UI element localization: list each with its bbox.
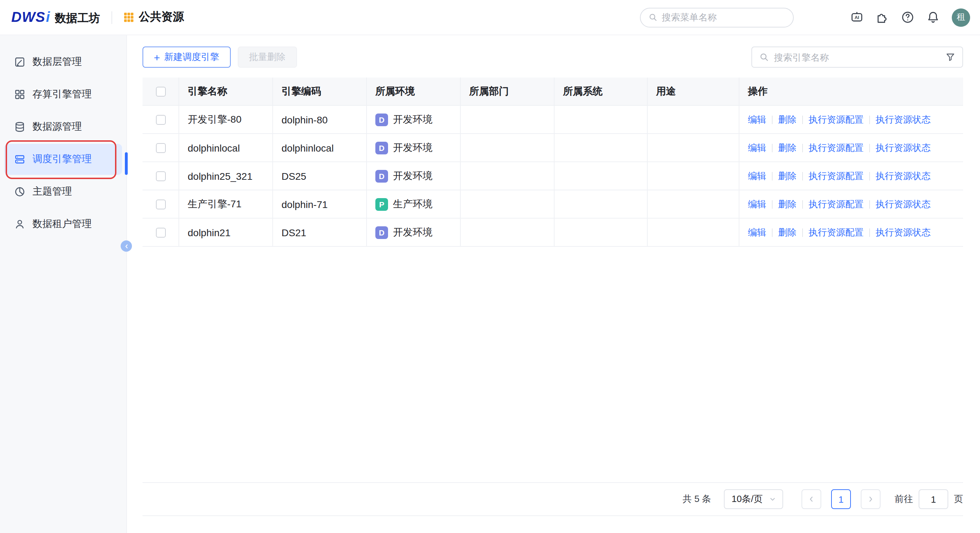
data-layer-icon [14, 56, 25, 68]
resource-status-action-link[interactable]: 执行资源状态 [876, 141, 931, 154]
delete-action-link[interactable]: 删除 [778, 198, 797, 211]
delete-action-link[interactable]: 删除 [778, 226, 797, 239]
next-page-button[interactable] [861, 489, 881, 509]
sidebar-item-data-layer[interactable]: 数据层管理 [4, 46, 122, 78]
resource-config-action-link[interactable]: 执行资源配置 [808, 226, 864, 239]
sidebar-item-theme[interactable]: 主题管理 [4, 176, 122, 207]
cell-engine-name: dolphin25_321 [179, 162, 273, 190]
prev-page-button[interactable] [802, 489, 821, 509]
row-select-cell [143, 134, 179, 162]
env-badge: P [375, 198, 388, 211]
goto-page-input[interactable] [919, 489, 948, 509]
sidebar-item-compute-engine[interactable]: 存算引擎管理 [4, 79, 122, 110]
column-header-environment: 所属环境 [367, 78, 461, 106]
cell-department [461, 106, 555, 134]
chevron-right-icon [866, 495, 875, 503]
cell-purpose [648, 219, 740, 247]
cell-engine-name: 生产引擎-71 [179, 190, 273, 219]
active-indicator [125, 152, 128, 175]
user-avatar[interactable]: 租 [952, 8, 970, 27]
env-badge: D [375, 226, 388, 239]
edit-action-link[interactable]: 编辑 [748, 141, 766, 154]
table-toolbar: + 新建调度引擎 批量删除 [143, 46, 963, 68]
action-divider [869, 143, 870, 152]
ai-assistant-icon[interactable]: AI [850, 11, 864, 24]
workspace-label: 公共资源 [138, 10, 184, 25]
table-row: dolphin21DS21D开发环境编辑删除执行资源配置执行资源状态 [143, 219, 963, 247]
plugin-puzzle-icon[interactable] [876, 11, 889, 24]
goto-suffix: 页 [954, 493, 963, 506]
resource-status-action-link[interactable]: 执行资源状态 [876, 170, 931, 182]
action-divider [802, 143, 803, 152]
cell-department [461, 219, 555, 247]
resource-config-action-link[interactable]: 执行资源配置 [808, 141, 864, 154]
resource-config-action-link[interactable]: 执行资源配置 [808, 113, 864, 126]
row-checkbox[interactable] [156, 171, 165, 181]
edit-action-link[interactable]: 编辑 [748, 198, 766, 211]
cell-actions: 编辑删除执行资源配置执行资源状态 [740, 190, 963, 219]
top-header: DWSi 数据工坊 公共资源 AI 租 [0, 0, 980, 35]
cell-actions: 编辑删除执行资源配置执行资源状态 [740, 162, 963, 190]
cell-actions: 编辑删除执行资源配置执行资源状态 [740, 134, 963, 162]
engine-table: 引擎名称引擎编码所属环境所属部门所属系统用途操作 开发引擎-80dolphin-… [143, 78, 963, 247]
action-divider [772, 143, 773, 152]
cell-system [555, 106, 648, 134]
action-divider [869, 200, 870, 208]
action-divider [772, 200, 773, 208]
engine-search-input[interactable] [774, 52, 940, 62]
sidebar-item-data-source[interactable]: 数据源管理 [4, 111, 122, 143]
column-header-actions: 操作 [740, 78, 963, 106]
notification-bell-icon[interactable] [926, 11, 940, 24]
sidebar-collapse-button[interactable] [121, 240, 132, 252]
select-all-checkbox[interactable] [156, 86, 165, 96]
delete-action-link[interactable]: 删除 [778, 170, 797, 182]
engine-search-box[interactable] [751, 46, 963, 68]
action-divider [772, 115, 773, 124]
edit-action-link[interactable]: 编辑 [748, 113, 766, 126]
cell-department [461, 134, 555, 162]
plus-icon: + [154, 52, 160, 62]
page-size-select[interactable]: 10条/页 [724, 489, 783, 509]
sidebar-item-tenant[interactable]: 数据租户管理 [4, 209, 122, 240]
action-divider [802, 115, 803, 124]
resource-config-action-link[interactable]: 执行资源配置 [808, 170, 864, 182]
row-checkbox[interactable] [156, 143, 165, 152]
pagination-bar: 共 5 条 10条/页 1 前往 页 [143, 482, 963, 516]
cell-actions: 编辑删除执行资源配置执行资源状态 [740, 106, 963, 134]
cell-environment: D开发环境 [367, 106, 461, 134]
resource-status-action-link[interactable]: 执行资源状态 [876, 226, 931, 239]
header-divider [111, 11, 112, 24]
resource-status-action-link[interactable]: 执行资源状态 [876, 113, 931, 126]
edit-action-link[interactable]: 编辑 [748, 226, 766, 239]
sidebar-item-label: 调度引擎管理 [32, 153, 92, 166]
edit-action-link[interactable]: 编辑 [748, 170, 766, 182]
app-logo[interactable]: DWSi 数据工坊 [11, 9, 100, 26]
sidebar-item-scheduler-engine[interactable]: 调度引擎管理 [4, 144, 122, 175]
filter-funnel-icon[interactable] [945, 52, 955, 62]
total-count: 共 5 条 [682, 493, 711, 506]
workspace-switcher[interactable]: 公共资源 [123, 10, 184, 25]
delete-action-link[interactable]: 删除 [778, 141, 797, 154]
table-row: 生产引擎-71dolphin-71P生产环境编辑删除执行资源配置执行资源状态 [143, 190, 963, 219]
new-engine-button[interactable]: + 新建调度引擎 [143, 46, 231, 68]
menu-search-box[interactable] [640, 7, 794, 27]
resource-config-action-link[interactable]: 执行资源配置 [808, 198, 864, 211]
chevron-left-icon [123, 243, 129, 249]
batch-delete-button[interactable]: 批量删除 [238, 46, 297, 68]
row-checkbox[interactable] [156, 114, 165, 124]
menu-search-input[interactable] [662, 12, 785, 22]
delete-action-link[interactable]: 删除 [778, 113, 797, 126]
row-checkbox[interactable] [156, 227, 165, 237]
cell-system [555, 219, 648, 247]
resource-status-action-link[interactable]: 执行资源状态 [876, 198, 931, 211]
page-1-button[interactable]: 1 [831, 489, 851, 509]
cell-engine-name: dolphinlocal [179, 134, 273, 162]
search-icon [648, 13, 657, 22]
cell-engine-code: DS25 [273, 162, 367, 190]
cell-system [555, 162, 648, 190]
row-checkbox[interactable] [156, 199, 165, 209]
new-engine-button-label: 新建调度引擎 [164, 51, 220, 63]
help-icon[interactable] [901, 11, 915, 24]
main-layout: 数据层管理存算引擎管理数据源管理调度引擎管理主题管理数据租户管理 + 新建调度引… [0, 35, 980, 533]
table-row: 开发引擎-80dolphin-80D开发环境编辑删除执行资源配置执行资源状态 [143, 106, 963, 134]
